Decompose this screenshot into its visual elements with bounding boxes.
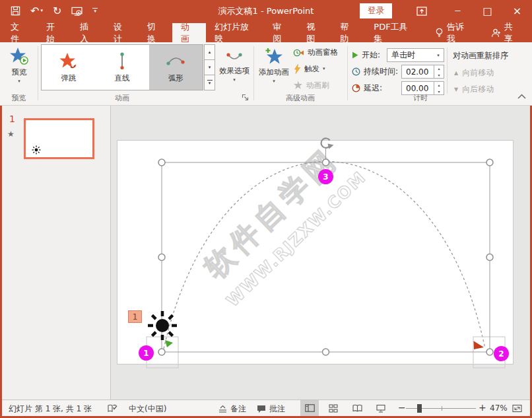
add-animation-button[interactable]: 添加动画 ▾ (256, 44, 292, 84)
share-button[interactable]: 共享 (479, 23, 532, 42)
tab-help[interactable]: 帮助 (331, 23, 365, 42)
gallery-more-button[interactable]: ▾ (204, 75, 215, 90)
thumbnail-sun-shape (32, 145, 41, 155)
add-animation-label: 添加动画 (259, 67, 289, 77)
collapse-ribbon-button[interactable] (517, 94, 526, 99)
animation-pane-button[interactable]: 动画窗格 (293, 48, 338, 57)
reading-view-button[interactable] (348, 400, 366, 416)
tab-pdf-tools[interactable]: PDF工具集 (365, 23, 423, 42)
group-separator (253, 46, 254, 100)
animation-marker-3[interactable]: 3 (318, 169, 333, 184)
slide-sorter-view-button[interactable] (324, 400, 343, 416)
animation-painter-icon (293, 81, 303, 90)
zoom-slider-track[interactable] (406, 408, 476, 409)
animation-painter-label: 动画刷 (306, 81, 329, 90)
effect-options-label: 效果选项 (219, 66, 249, 76)
move-later-label: 向后移动 (462, 84, 494, 95)
tab-slideshow[interactable]: 幻灯片放映 (206, 23, 264, 42)
slideshow-view-button[interactable] (372, 400, 390, 416)
spellcheck-icon[interactable] (108, 404, 117, 413)
preview-button[interactable]: 预览 ▾ (4, 44, 34, 84)
marker-1-number: 1 (143, 349, 149, 358)
chevron-down-icon: ▾ (18, 79, 20, 84)
tab-review[interactable]: 审阅 (264, 23, 298, 42)
animation-gallery: 弹跳 直线 弧形 (41, 44, 203, 90)
delay-label: 延迟: (364, 83, 382, 94)
share-label: 共享 (504, 21, 520, 45)
undo-icon[interactable]: ↶▾ (30, 6, 43, 17)
group-label-animation: 动画 (41, 93, 203, 103)
tell-me-label: 告诉我 (447, 21, 471, 45)
start-icon (352, 52, 358, 59)
gallery-scroll-up[interactable]: ▴ (204, 44, 215, 60)
animation-pane-label: 动画窗格 (308, 48, 338, 57)
gallery-item-line[interactable]: 直线 (95, 45, 149, 90)
effect-options-button[interactable]: 效果选项 ▾ (218, 45, 251, 83)
start-dropdown[interactable]: 单击时 ▾ (387, 48, 444, 62)
animation-indicator-star-icon[interactable]: ★ (7, 129, 15, 139)
normal-view-button[interactable] (300, 400, 319, 416)
delay-clock-icon (352, 84, 360, 92)
status-bar: 幻灯片 第 1 张, 共 1 张 中文(中国) 备注 批注 − + 47% (2, 400, 530, 416)
duration-spinner[interactable]: ▴▾ (434, 65, 444, 78)
animation-marker-2[interactable]: 2 (494, 346, 509, 361)
slide-number: 1 (9, 114, 15, 124)
close-button[interactable]: × (502, 0, 532, 22)
fit-to-window-button[interactable] (508, 400, 526, 416)
start-label: 开始: (362, 50, 380, 61)
trigger-button[interactable]: 触发 ▾ (293, 64, 325, 74)
zoom-in-button[interactable]: + (479, 402, 486, 413)
ribbon-display-options-icon[interactable] (407, 0, 436, 22)
tab-view[interactable]: 视图 (298, 23, 331, 42)
up-arrow-icon: ▲ (454, 70, 458, 76)
main-area: 1 ★ 软件自学网 WWW.RJZXW.COM (2, 106, 530, 400)
minimize-button[interactable]: ─ (443, 0, 473, 22)
redo-icon[interactable]: ↻ (53, 6, 61, 17)
tab-insert[interactable]: 插入 (71, 23, 105, 42)
down-arrow-icon: ▼ (454, 87, 458, 92)
zoom-level[interactable]: 47% (490, 403, 508, 413)
title-bar: 演示文稿1 - PowerPoint ↶▾ ↻ ▾ 登录 ─ □ × (0, 0, 532, 22)
tab-transitions[interactable]: 切换 (139, 23, 172, 42)
comments-button[interactable]: 批注 (257, 403, 285, 415)
notes-button[interactable]: 备注 (218, 403, 246, 415)
chevron-down-icon: ▾ (433, 53, 444, 58)
tab-animations[interactable]: 动画 (172, 23, 206, 42)
animation-sequence-badge[interactable]: 1 (128, 310, 142, 323)
duration-input[interactable]: 02.00 ▴▾ (401, 65, 444, 79)
slide-thumbnail[interactable] (24, 118, 94, 159)
line-path-icon (118, 52, 126, 70)
reorder-animation-label: 对动画重新排序 (453, 50, 508, 61)
thumbnail-panel: 1 ★ (2, 106, 110, 400)
chevron-down-icon: ▾ (273, 79, 275, 84)
preview-icon (9, 47, 29, 65)
duration-value: 02.00 (402, 67, 434, 77)
gallery-scroll-down[interactable]: ▾ (204, 60, 215, 75)
start-slideshow-icon[interactable] (71, 7, 83, 16)
animation-marker-1[interactable]: 1 (139, 345, 154, 361)
tab-home[interactable]: 开始 (38, 23, 71, 42)
comment-icon (257, 405, 266, 413)
lightning-icon (293, 64, 301, 74)
slide-counter[interactable]: 幻灯片 第 1 张, 共 1 张 (9, 403, 92, 415)
zoom-out-button[interactable]: − (398, 402, 406, 413)
gallery-item-bounce[interactable]: 弹跳 (42, 45, 95, 90)
language-indicator[interactable]: 中文(中国) (129, 403, 166, 415)
tab-design[interactable]: 设计 (105, 23, 139, 42)
slide-surface[interactable] (117, 140, 514, 365)
window-border-left (0, 106, 2, 416)
delay-value: 00.00 (402, 84, 434, 93)
preview-label: 预览 (12, 67, 27, 77)
zoom-slider-midpoint (442, 406, 442, 411)
marker-3-number: 3 (323, 172, 328, 182)
customize-qat-icon[interactable]: ▾ (92, 8, 98, 14)
gallery-item-arc[interactable]: 弧形 (149, 45, 203, 90)
tab-file[interactable]: 文件 (0, 23, 38, 42)
start-value: 单击时 (387, 50, 433, 61)
save-icon[interactable] (11, 6, 20, 16)
sign-in-button[interactable]: 登录 (360, 3, 392, 18)
zoom-slider-handle[interactable] (417, 404, 422, 413)
maximize-button[interactable]: □ (473, 0, 502, 22)
animation-dialog-launcher[interactable] (242, 94, 249, 102)
tell-me-box[interactable]: 告诉我 (427, 23, 479, 42)
